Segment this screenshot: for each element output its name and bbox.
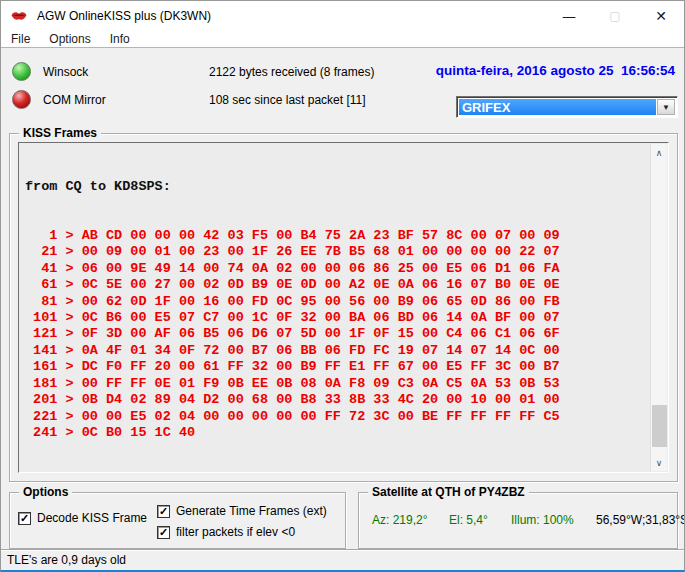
titlebar: AGW OnlineKISS plus (DK3WN) — ▢ ✕ bbox=[1, 1, 684, 31]
hex-line: 101 > 0C B6 00 E5 07 C7 00 1C 0F 32 00 B… bbox=[25, 310, 650, 326]
checkbox-filter-packets[interactable]: ✓ filter packets if elev <0 bbox=[157, 525, 295, 539]
hex-line: 141 > 0A 4F 01 34 0F 72 00 B7 06 BB 06 F… bbox=[25, 343, 650, 359]
satellite-select-value[interactable]: GRIFEX bbox=[459, 99, 656, 115]
minimize-button[interactable]: — bbox=[546, 1, 592, 31]
kiss-frames-group-label: KISS Frames bbox=[19, 126, 101, 140]
azimuth-value: Az: 219,2° bbox=[372, 513, 428, 527]
checkbox-generate-time-frames[interactable]: ✓ Generate Time Frames (ext) bbox=[157, 504, 327, 518]
app-lips-icon bbox=[10, 7, 28, 25]
hex-line: 61 > 0C 5E 00 27 00 02 0D B9 0E 0D 00 A2… bbox=[25, 277, 650, 293]
menu-info[interactable]: Info bbox=[110, 32, 130, 46]
hex-line: 1 > AB CD 00 00 00 42 03 F5 00 B4 75 2A … bbox=[25, 228, 650, 244]
winsock-label: Winsock bbox=[43, 65, 88, 79]
hex-line: 41 > 06 00 9E 49 14 00 74 0A 02 00 00 06… bbox=[25, 261, 650, 277]
scroll-up-icon[interactable]: ∧ bbox=[651, 144, 667, 161]
hex-line: 201 > 0B D4 02 89 04 D2 00 68 00 B8 33 8… bbox=[25, 392, 650, 408]
checkbox-label: Generate Time Frames (ext) bbox=[176, 504, 327, 518]
checkbox-label: filter packets if elev <0 bbox=[176, 525, 295, 539]
menu-file[interactable]: File bbox=[11, 32, 30, 46]
hex-line: 121 > 0F 3D 00 AF 06 B5 06 D6 07 5D 00 1… bbox=[25, 326, 650, 342]
satellite-info-group: Satellite at QTH of PY4ZBZ Az: 219,2° El… bbox=[358, 492, 678, 549]
satellite-select[interactable]: GRIFEX ▼ bbox=[456, 96, 678, 118]
hex-line: 221 > 00 00 E5 02 04 00 00 00 00 00 FF 7… bbox=[25, 409, 650, 425]
maximize-button: ▢ bbox=[592, 1, 638, 31]
app-window: AGW OnlineKISS plus (DK3WN) — ▢ ✕ File O… bbox=[0, 0, 685, 572]
status-bar-text: TLE's are 0,9 days old bbox=[7, 553, 126, 567]
elevation-value: El: 5,4° bbox=[449, 513, 488, 527]
kiss-frames-textbox[interactable]: from CQ to KD8SPS: 1 > AB CD 00 00 00 42… bbox=[18, 142, 669, 473]
winsock-led-indicator bbox=[12, 62, 31, 81]
kiss-frames-content: from CQ to KD8SPS: 1 > AB CD 00 00 00 42… bbox=[19, 143, 650, 472]
qth-coordinates: 56,59°W;31,83°S bbox=[596, 513, 685, 527]
checkbox-check-icon[interactable]: ✓ bbox=[18, 512, 31, 525]
hex-line: 241 > 0C B0 15 1C 40 bbox=[25, 425, 650, 441]
illumination-value: Illum: 100% bbox=[511, 513, 574, 527]
kiss-frames-group: KISS Frames from CQ to KD8SPS: 1 > AB CD… bbox=[9, 133, 678, 482]
close-button[interactable]: ✕ bbox=[638, 1, 684, 31]
last-packet-text: 108 sec since last packet [11] bbox=[209, 93, 366, 107]
combo-dropdown-icon[interactable]: ▼ bbox=[657, 99, 675, 115]
hex-line: 161 > DC F0 FF 20 00 61 FF 32 00 B9 FF E… bbox=[25, 359, 650, 375]
hex-line: 181 > 00 FF FF 0E 01 F9 0B EE 0B 08 0A F… bbox=[25, 376, 650, 392]
checkbox-label: Decode KISS Frame bbox=[37, 511, 147, 525]
scrollbar-thumb[interactable] bbox=[652, 405, 667, 447]
hex-line: 81 > 00 62 0D 1F 00 16 00 FD 0C 95 00 56… bbox=[25, 294, 650, 310]
status-bar: TLE's are 0,9 days old bbox=[1, 549, 684, 570]
com-mirror-label: COM Mirror bbox=[43, 93, 106, 107]
hex-lines: 1 > AB CD 00 00 00 42 03 F5 00 B4 75 2A … bbox=[25, 228, 650, 441]
hex-line: 21 > 00 09 00 01 00 23 00 1F 26 EE 7B B5… bbox=[25, 244, 650, 260]
vertical-scrollbar[interactable]: ∧ ∨ bbox=[650, 144, 667, 471]
checkbox-check-icon[interactable]: ✓ bbox=[157, 526, 170, 539]
datetime-display: quinta-feira, 2016 agosto 25 16:56:54 bbox=[436, 63, 675, 78]
frame-header-line: from CQ to KD8SPS: bbox=[25, 179, 650, 195]
menu-bar: File Options Info bbox=[1, 31, 684, 48]
satellite-group-label: Satellite at QTH of PY4ZBZ bbox=[368, 485, 529, 499]
options-group-label: Options bbox=[19, 485, 72, 499]
scroll-down-icon[interactable]: ∨ bbox=[651, 454, 667, 471]
checkbox-decode-kiss-frame[interactable]: ✓ Decode KISS Frame bbox=[18, 511, 147, 525]
com-mirror-led-indicator bbox=[12, 90, 31, 109]
window-title: AGW OnlineKISS plus (DK3WN) bbox=[37, 9, 211, 23]
bytes-received-text: 2122 bytes received (8 frames) bbox=[209, 65, 374, 79]
checkbox-check-icon[interactable]: ✓ bbox=[157, 505, 170, 518]
menu-options[interactable]: Options bbox=[49, 32, 90, 46]
options-group: Options ✓ Decode KISS Frame ✓ Generate T… bbox=[9, 492, 346, 549]
